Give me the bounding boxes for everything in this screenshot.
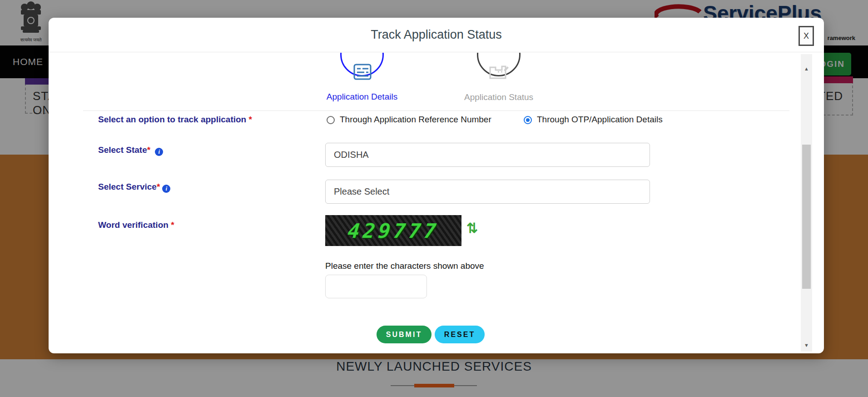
captcha-image: 429777	[325, 215, 461, 246]
step-label-application-details[interactable]: Application Details	[305, 92, 419, 102]
select-state-label: Select State* i	[98, 145, 163, 156]
application-status-icon	[489, 64, 509, 80]
close-button[interactable]: X	[799, 26, 814, 46]
select-service-label: Select Service*i	[98, 182, 170, 193]
dialog-title: Track Application Status	[49, 18, 824, 51]
reset-button[interactable]: RESET	[435, 326, 485, 343]
radio-reference-number[interactable]	[327, 116, 335, 124]
captcha-code: 429777	[347, 219, 440, 242]
captcha-refresh-icon[interactable]: ⇅	[466, 220, 478, 236]
required-asterisk: *	[147, 145, 150, 155]
select-service-dropdown[interactable]: Please Select	[325, 180, 650, 204]
submit-button[interactable]: SUBMIT	[377, 326, 432, 343]
scrollbar-thumb[interactable]	[802, 145, 811, 289]
captcha-hint: Please enter the characters shown above	[325, 261, 484, 271]
page: सत्यमेव जयते ServicePlus ramework HOME L…	[0, 0, 868, 397]
scroll-up-icon[interactable]: ▲	[801, 66, 812, 71]
scroll-down-icon[interactable]: ▼	[801, 342, 812, 348]
dialog-header: Track Application Status X	[49, 18, 824, 52]
section-divider	[83, 111, 789, 111]
application-details-icon	[353, 64, 372, 80]
radio-otp-details-label[interactable]: Through OTP/Application Details	[537, 115, 663, 125]
track-option-label: Select an option to track application *	[98, 115, 252, 125]
radio-otp-details[interactable]	[524, 116, 532, 124]
required-asterisk: *	[171, 220, 174, 230]
select-state-dropdown[interactable]: ODISHA	[325, 143, 650, 167]
step-label-application-status[interactable]: Application Status	[442, 92, 556, 102]
info-icon[interactable]: i	[162, 185, 170, 193]
word-verification-label: Word verification *	[98, 220, 174, 230]
required-asterisk: *	[157, 182, 160, 191]
track-application-status-dialog: Track Application Status X Application D…	[49, 18, 824, 353]
modal-scrollbar[interactable]: ▲ ▼	[801, 54, 812, 352]
radio-reference-number-label[interactable]: Through Application Reference Number	[340, 115, 491, 125]
dialog-body: Application Details Application Status S…	[49, 53, 824, 353]
info-icon[interactable]: i	[155, 148, 163, 156]
captcha-input[interactable]	[325, 275, 427, 298]
required-asterisk: *	[249, 115, 252, 124]
